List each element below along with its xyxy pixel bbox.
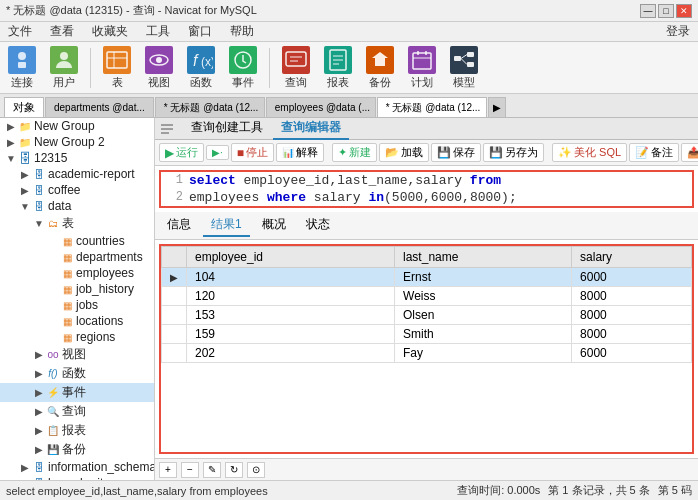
tab-query-editor[interactable]: 查询编辑器 — [273, 118, 349, 140]
toolbar-user[interactable]: 用户 — [46, 44, 82, 92]
result-tab-status[interactable]: 状态 — [298, 214, 338, 237]
sidebar-item-12315[interactable]: ▼ 🗄 12315 — [0, 150, 154, 166]
svg-rect-24 — [467, 62, 474, 67]
sql-line-1: 1 select employee_id,last_name,salary fr… — [161, 172, 692, 189]
result-tab-overview[interactable]: 概况 — [254, 214, 294, 237]
arrow-icon: ▶ — [18, 462, 32, 473]
new-query-button[interactable]: ✦ 新建 — [332, 143, 377, 162]
sidebar-item-funcs-folder[interactable]: ▶ f() 函数 — [0, 364, 154, 383]
menu-window[interactable]: 窗口 — [184, 23, 216, 40]
sidebar-item-information-schema[interactable]: ▶ 🗄 information_schema — [0, 459, 154, 475]
sidebar-item-employees[interactable]: ▦ employees — [0, 265, 154, 281]
sidebar-item-regions[interactable]: ▦ regions — [0, 329, 154, 345]
table-row[interactable]: 120Weiss8000 — [162, 287, 692, 306]
events-folder-icon: ⚡ — [46, 386, 60, 400]
table-row[interactable]: 202Fay6000 — [162, 344, 692, 363]
edit-row-button[interactable]: ✎ — [203, 462, 221, 478]
refresh-button[interactable]: ↻ — [225, 462, 243, 478]
table-row[interactable]: 153Olsen8000 — [162, 306, 692, 325]
arrow-icon: ▶ — [18, 169, 32, 180]
toolbar-event[interactable]: 事件 — [225, 44, 261, 92]
toolbar-schedule[interactable]: 计划 — [404, 44, 440, 92]
sidebar-item-jobs[interactable]: ▦ jobs — [0, 297, 154, 313]
regions-label: regions — [76, 330, 115, 344]
tab-employees[interactable]: employees @data (... — [266, 97, 376, 117]
table-icon-employees: ▦ — [60, 266, 74, 280]
table-icon — [103, 46, 131, 74]
menu-help[interactable]: 帮助 — [226, 23, 258, 40]
explain-button[interactable]: 📊 解释 — [276, 143, 324, 162]
add-row-button[interactable]: + — [159, 462, 177, 478]
menu-view[interactable]: 查看 — [46, 23, 78, 40]
toolbar-view[interactable]: 视图 — [141, 44, 177, 92]
tab-untitled1[interactable]: * 无标题 @data (12... — [155, 97, 265, 117]
func-icon: f(x) — [187, 46, 215, 74]
close-btn[interactable]: ✕ — [676, 4, 692, 18]
result-tab-result1[interactable]: 结果1 — [203, 214, 250, 237]
note-button[interactable]: 📝 备注 — [629, 143, 679, 162]
sql-line-2: 2 employees where salary in(5000,6000,80… — [161, 189, 692, 206]
toolbar-query[interactable]: 查询 — [278, 44, 314, 92]
save-as-button[interactable]: 💾 另存为 — [483, 143, 544, 162]
table-row[interactable]: ▶104Ernst6000 — [162, 268, 692, 287]
sidebar-item-academic[interactable]: ▶ 🗄 academic-report — [0, 166, 154, 182]
sidebar-item-new-group2[interactable]: ▶ 📁 New Group 2 — [0, 134, 154, 150]
arrow-icon: ▼ — [4, 153, 18, 164]
sidebar-item-views-folder[interactable]: ▶ oo 视图 — [0, 345, 154, 364]
data-label: data — [48, 199, 71, 213]
menu-file[interactable]: 文件 — [4, 23, 36, 40]
countries-label: countries — [76, 234, 125, 248]
header-employee-id: employee_id — [187, 247, 395, 268]
toolbar-table[interactable]: 表 — [99, 44, 135, 92]
menu-tools[interactable]: 工具 — [142, 23, 174, 40]
sidebar-item-reports-folder[interactable]: ▶ 📋 报表 — [0, 421, 154, 440]
tab-departments[interactable]: departments @dat... — [45, 97, 154, 117]
sidebar-item-love-charity[interactable]: ▶ 🗄 love-charity — [0, 475, 154, 480]
toolbar-connect[interactable]: 连接 — [4, 44, 40, 92]
toolbar-model[interactable]: 模型 — [446, 44, 482, 92]
table-row[interactable]: 159Smith8000 — [162, 325, 692, 344]
menu-favorites[interactable]: 收藏夹 — [88, 23, 132, 40]
locations-label: locations — [76, 314, 123, 328]
remove-row-button[interactable]: − — [181, 462, 199, 478]
toolbar-report-label: 报表 — [327, 75, 349, 90]
sidebar-item-job-history[interactable]: ▦ job_history — [0, 281, 154, 297]
sidebar-item-queries-folder[interactable]: ▶ 🔍 查询 — [0, 402, 154, 421]
sidebar-item-backups-folder[interactable]: ▶ 💾 备份 — [0, 440, 154, 459]
sidebar-item-events-folder[interactable]: ▶ ⚡ 事件 — [0, 383, 154, 402]
cell-2: 6000 — [572, 268, 692, 287]
tab-query-builder[interactable]: 查询创建工具 — [183, 118, 271, 140]
sidebar-item-departments[interactable]: ▦ departments — [0, 249, 154, 265]
minimize-btn[interactable]: — — [640, 4, 656, 18]
arrow-icon: ▶ — [32, 406, 46, 417]
run-selected-button[interactable]: ▶· — [206, 145, 229, 160]
save-button[interactable]: 💾 保存 — [431, 143, 481, 162]
maximize-btn[interactable]: □ — [658, 4, 674, 18]
toolbar-func[interactable]: f(x) 函数 — [183, 44, 219, 92]
toolbar-report[interactable]: 报表 — [320, 44, 356, 92]
svg-rect-22 — [454, 56, 461, 61]
backups-folder-label: 备份 — [62, 441, 86, 458]
sidebar-item-data[interactable]: ▼ 🗄 data — [0, 198, 154, 214]
tab-objects[interactable]: 对象 — [4, 97, 44, 117]
toolbar-backup[interactable]: 备份 — [362, 44, 398, 92]
export-button[interactable]: 📤 导出 — [681, 143, 698, 162]
sidebar-item-countries[interactable]: ▦ countries — [0, 233, 154, 249]
add-button[interactable]: 📂 加载 — [379, 143, 429, 162]
queries-folder-icon: 🔍 — [46, 405, 60, 419]
row-arrow: ▶ — [162, 268, 187, 287]
tab-untitled2[interactable]: * 无标题 @data (12... — [377, 97, 487, 117]
tab-more[interactable]: ▶ — [488, 97, 506, 117]
more-button[interactable]: ⊙ — [247, 462, 265, 478]
result-tab-info[interactable]: 信息 — [159, 214, 199, 237]
sidebar-item-tables-folder[interactable]: ▼ 🗂 表 — [0, 214, 154, 233]
login-button[interactable]: 登录 — [662, 23, 694, 40]
sidebar-item-coffee[interactable]: ▶ 🗄 coffee — [0, 182, 154, 198]
toolbar-model-label: 模型 — [453, 75, 475, 90]
sidebar-item-locations[interactable]: ▦ locations — [0, 313, 154, 329]
stop-button[interactable]: ■ 停止 — [231, 143, 274, 162]
sql-editor[interactable]: 1 select employee_id,last_name,salary fr… — [159, 170, 694, 208]
run-button[interactable]: ▶ 运行 — [159, 143, 204, 162]
sidebar-item-new-group[interactable]: ▶ 📁 New Group — [0, 118, 154, 134]
beautify-button[interactable]: ✨ 美化 SQL — [552, 143, 627, 162]
